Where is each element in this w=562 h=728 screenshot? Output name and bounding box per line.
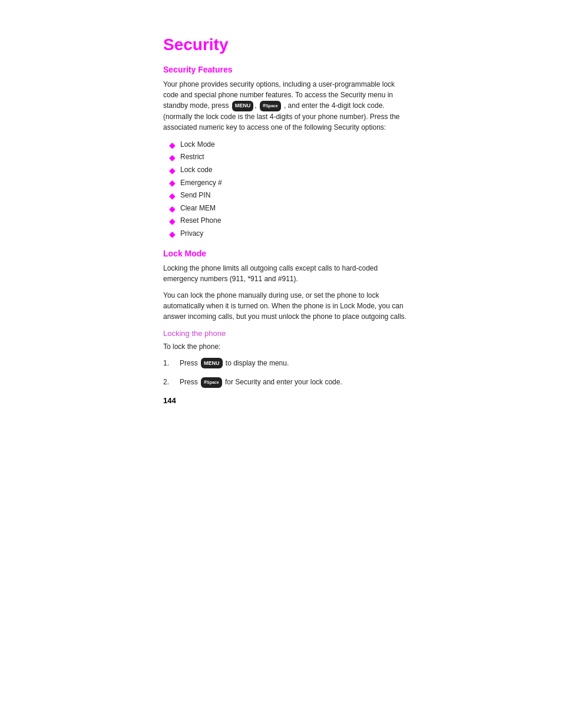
list-item: ◆Lock code bbox=[169, 164, 411, 177]
list-item: ◆Lock Mode bbox=[169, 139, 411, 151]
security-features-heading: Security Features bbox=[163, 65, 411, 74]
menu-key-step1: MENU bbox=[201, 358, 223, 368]
lock-mode-para2: You can lock the phone manually during u… bbox=[163, 290, 411, 322]
security-options-list: ◆Lock Mode ◆Restrict ◆Lock code ◆Emergen… bbox=[169, 139, 411, 241]
list-item: ◆Reset Phone bbox=[169, 215, 411, 228]
step-2-text: Press #Space for Security and enter your… bbox=[180, 377, 342, 388]
page-number: 144 bbox=[163, 396, 411, 405]
locking-phone-subheading: Locking the phone bbox=[163, 329, 411, 338]
menu-key-button: MENU bbox=[232, 101, 254, 111]
locking-phone-intro: To lock the phone: bbox=[163, 341, 411, 352]
hash-key-step2: #Space bbox=[201, 377, 222, 388]
bullet-icon: ◆ bbox=[169, 217, 176, 225]
list-item: ◆Emergency # bbox=[169, 177, 411, 190]
page-title: Security bbox=[163, 35, 411, 54]
step-2-number: 2. bbox=[163, 377, 174, 388]
list-item: ◆Send PIN bbox=[169, 189, 411, 202]
step-2: 2. Press #Space for Security and enter y… bbox=[163, 377, 411, 388]
hash-key-button: #Space bbox=[260, 101, 281, 111]
list-item: ◆Privacy bbox=[169, 228, 411, 241]
list-item: ◆Clear MEM bbox=[169, 202, 411, 215]
step-1-text: Press MENU to display the menu. bbox=[180, 358, 289, 369]
page-container: Security Security Features Your phone pr… bbox=[0, 0, 562, 728]
bullet-icon: ◆ bbox=[169, 153, 176, 162]
step-1: 1. Press MENU to display the menu. bbox=[163, 358, 411, 369]
content-area: Security Security Features Your phone pr… bbox=[163, 35, 411, 693]
lock-mode-para1: Locking the phone limits all outgoing ca… bbox=[163, 263, 411, 284]
lock-mode-heading: Lock Mode bbox=[163, 249, 411, 258]
security-features-intro: Your phone provides security options, in… bbox=[163, 79, 411, 133]
bullet-icon: ◆ bbox=[169, 205, 176, 213]
bullet-icon: ◆ bbox=[169, 230, 176, 238]
security-features-section: Security Features Your phone provides se… bbox=[163, 65, 411, 241]
step-1-number: 1. bbox=[163, 358, 174, 369]
bullet-icon: ◆ bbox=[169, 141, 176, 149]
list-item: ◆Restrict bbox=[169, 151, 411, 164]
lock-mode-section: Lock Mode Locking the phone limits all o… bbox=[163, 249, 411, 388]
bullet-icon: ◆ bbox=[169, 166, 176, 174]
bullet-icon: ◆ bbox=[169, 179, 176, 187]
bullet-icon: ◆ bbox=[169, 192, 176, 200]
